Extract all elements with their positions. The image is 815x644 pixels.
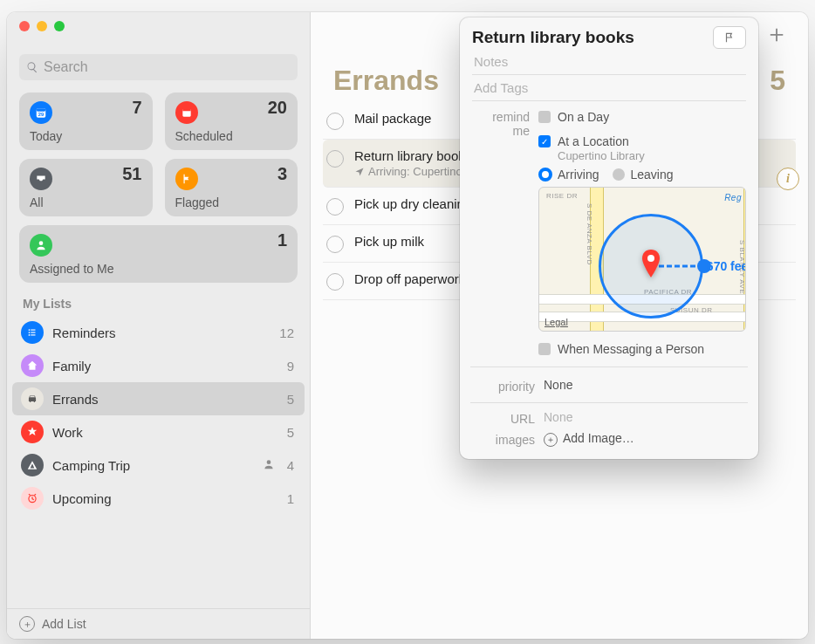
- svg-rect-4: [182, 109, 190, 111]
- flag-icon: [723, 31, 736, 44]
- svg-rect-9: [31, 332, 35, 332]
- location-icon: [354, 167, 365, 177]
- popover-title: Return library books: [472, 28, 634, 47]
- list-icon: [21, 321, 44, 344]
- list-reminders[interactable]: Reminders 12: [12, 316, 305, 349]
- person-icon: [30, 234, 52, 257]
- filter-assigned-label: Assigned to Me: [30, 262, 287, 276]
- search-icon: [26, 61, 38, 73]
- location-name: Cupertino Library: [558, 149, 746, 162]
- svg-rect-11: [31, 334, 35, 335]
- list-count: 5: [287, 425, 294, 440]
- filter-today[interactable]: 29 7 Today: [19, 92, 153, 150]
- at-a-location-label: At a Location: [558, 134, 629, 148]
- filter-today-label: Today: [30, 129, 142, 143]
- plus-icon: ＋: [544, 433, 558, 447]
- leaving-label: Leaving: [630, 168, 673, 182]
- at-a-location-checkbox[interactable]: ✓ At a Location: [538, 133, 629, 150]
- filter-scheduled-label: Scheduled: [175, 129, 288, 143]
- minimize-window-button[interactable]: [37, 21, 47, 31]
- list-title: Errands: [333, 65, 439, 97]
- notes-field[interactable]: Notes: [472, 49, 746, 75]
- reminder-title: Pick up milk: [354, 234, 424, 249]
- list-family[interactable]: Family 9: [12, 349, 305, 382]
- map-legal-link[interactable]: Legal: [544, 317, 568, 327]
- street-label: S DE ANZA BLVD: [586, 203, 593, 265]
- radius-label: 670 feet: [707, 259, 746, 273]
- list-errands[interactable]: Errands 5: [12, 382, 305, 415]
- url-label: URL: [472, 410, 535, 426]
- complete-toggle[interactable]: [326, 198, 344, 216]
- list-count: 9: [287, 359, 294, 373]
- sidebar: 29 7 Today 20 Scheduled 51 All: [7, 12, 311, 639]
- filter-all-label: All: [30, 195, 142, 209]
- fullscreen-window-button[interactable]: [54, 21, 65, 31]
- leaving-radio[interactable]: Leaving: [613, 168, 673, 182]
- search-input[interactable]: [19, 54, 298, 80]
- svg-text:29: 29: [38, 112, 45, 117]
- when-messaging-checkbox[interactable]: When Messaging a Person: [538, 340, 704, 358]
- svg-point-8: [29, 332, 31, 333]
- plus-icon: ＋: [19, 616, 35, 632]
- filter-today-count: 7: [132, 98, 141, 118]
- svg-rect-7: [31, 330, 35, 331]
- filter-all-count: 51: [122, 164, 141, 184]
- info-button[interactable]: i: [777, 168, 799, 190]
- alarm-icon: [21, 487, 44, 510]
- star-icon: [21, 421, 44, 443]
- add-list-button[interactable]: ＋ Add List: [7, 608, 310, 639]
- calendar-icon: [175, 101, 198, 124]
- geofence-overlay[interactable]: 670 feet: [599, 214, 703, 319]
- tray-icon: [30, 168, 52, 190]
- svg-point-6: [29, 329, 31, 331]
- filter-all[interactable]: 51 All: [19, 159, 153, 216]
- reminder-title: Mail package: [354, 111, 431, 126]
- add-image-label: Add Image…: [563, 431, 634, 445]
- list-upcoming[interactable]: Upcoming 1: [12, 482, 305, 515]
- list-total-count: 5: [770, 65, 785, 97]
- priority-select[interactable]: None: [544, 378, 746, 394]
- list-count: 1: [287, 491, 294, 506]
- images-label: images: [472, 431, 535, 447]
- street-label: Reg: [724, 193, 742, 202]
- list-label: Upcoming: [52, 491, 112, 506]
- add-image-button[interactable]: ＋Add Image…: [544, 431, 746, 447]
- filter-scheduled[interactable]: 20 Scheduled: [165, 92, 298, 150]
- complete-toggle[interactable]: [326, 113, 344, 130]
- svg-point-10: [29, 334, 31, 336]
- url-field[interactable]: None: [544, 410, 746, 426]
- when-messaging-label: When Messaging a Person: [558, 342, 704, 356]
- map-pin-icon: [641, 250, 661, 282]
- complete-toggle[interactable]: [326, 273, 344, 291]
- flag-button[interactable]: [713, 26, 746, 49]
- lists-header: My Lists: [7, 283, 310, 316]
- list-label: Reminders: [52, 325, 116, 340]
- filter-flagged-label: Flagged: [175, 195, 288, 209]
- window-controls: [19, 21, 65, 31]
- list-count: 4: [287, 458, 294, 473]
- car-icon: [21, 387, 44, 410]
- add-reminder-button[interactable]: ＋: [764, 22, 789, 46]
- on-a-day-label: On a Day: [558, 110, 609, 124]
- reminder-title: Pick up dry cleaning: [354, 196, 471, 211]
- complete-toggle[interactable]: [326, 236, 344, 253]
- complete-toggle[interactable]: [326, 150, 344, 168]
- geofence-map[interactable]: RISE DR S DE ANZA BLVD PACIFICA DR SUISU…: [538, 187, 746, 332]
- filter-scheduled-count: 20: [268, 98, 287, 118]
- arriving-radio[interactable]: Arriving: [538, 168, 599, 182]
- filter-flagged[interactable]: 3 Flagged: [165, 159, 298, 216]
- add-list-label: Add List: [42, 617, 86, 631]
- list-label: Errands: [52, 392, 99, 407]
- filter-assigned[interactable]: 1 Assigned to Me: [19, 225, 298, 283]
- remind-me-label: remind me: [472, 108, 530, 358]
- list-camping-trip[interactable]: Camping Trip 4: [12, 449, 305, 482]
- street-label: RISE DR: [546, 192, 578, 200]
- shared-icon: [263, 458, 275, 473]
- list-count: 5: [287, 392, 294, 407]
- tags-field[interactable]: Add Tags: [472, 75, 746, 101]
- reminder-details-popover: Return library books Notes Add Tags remi…: [460, 17, 758, 459]
- on-a-day-checkbox[interactable]: On a Day: [538, 108, 609, 126]
- close-window-button[interactable]: [19, 21, 30, 31]
- svg-point-5: [39, 241, 44, 245]
- list-work[interactable]: Work 5: [12, 415, 305, 449]
